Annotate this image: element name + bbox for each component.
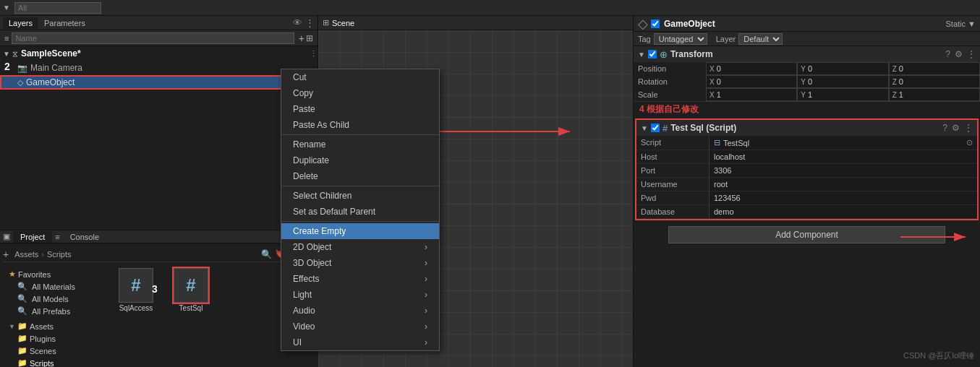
script-field-value-5[interactable]: demo — [709, 205, 977, 219]
hierarchy-panel: Layers Parameters 👁 ⋮ ≡ + ⊞ ▼ ⧖ Sampl — [0, 16, 318, 230]
script-settings-icon[interactable]: ⚙ — [952, 123, 960, 133]
ctx-ui[interactable]: UI › — [281, 334, 439, 350]
position-y-field[interactable]: Y 0 — [797, 62, 888, 75]
ctx-paste[interactable]: Paste — [281, 101, 439, 117]
script-field-value-2[interactable]: 3306 — [709, 164, 977, 178]
tab-console[interactable]: Console — [63, 231, 106, 243]
folder-plugins[interactable]: 📁 Plugins — [6, 332, 107, 345]
ctx-audio[interactable]: Audio › — [281, 303, 439, 319]
scale-z-field[interactable]: Z 1 — [889, 88, 980, 101]
scale-x-field[interactable]: X 1 — [706, 88, 797, 101]
position-z-value: 0 — [899, 64, 903, 73]
hierarchy-add-button[interactable]: + — [299, 33, 304, 44]
layer-label: Layer — [716, 35, 736, 43]
script-header[interactable]: ▼ # Test Sql (Script) ? ⚙ ⋮ — [636, 120, 977, 136]
script-field-value-0[interactable]: ⊟ TestSql ⊙ — [709, 136, 977, 150]
hierarchy-item-maincamera[interactable]: 📷 Main Camera — [0, 61, 318, 75]
eye-icon[interactable]: 👁 — [293, 17, 302, 28]
scene-menu-icon[interactable]: ⋮ — [310, 49, 318, 59]
ctx-video[interactable]: Video › — [281, 319, 439, 334]
inspector-static-label[interactable]: Static ▼ — [946, 20, 976, 28]
script-hash-icon: # — [662, 123, 668, 134]
folder-all-prefabs[interactable]: 🔍 All Prefabs — [6, 305, 107, 317]
ctx-set-default-parent-label: Set as Default Parent — [293, 207, 375, 217]
script-section: ▼ # Test Sql (Script) ? ⚙ ⋮ Script ⊟ Tes… — [635, 118, 979, 220]
ctx-select-children[interactable]: Select Children — [281, 188, 439, 204]
add-asset-button[interactable]: + — [3, 249, 9, 260]
transform-help-icon[interactable]: ? — [945, 49, 950, 59]
layer-dropdown[interactable]: Default — [738, 33, 783, 45]
rotation-z-field[interactable]: Z 0 — [889, 75, 980, 88]
folder-scripts[interactable]: 📁 Scripts — [6, 357, 107, 367]
script-enabled-checkbox[interactable] — [651, 124, 660, 132]
camera-label: Main Camera — [30, 63, 82, 73]
assets-content: ★ Favorites 🔍 All Materials 🔍 All Models — [3, 265, 315, 367]
position-x-field[interactable]: X 0 — [706, 62, 797, 75]
scale-y-field[interactable]: Y 1 — [797, 88, 888, 101]
all-prefabs-label: All Prefabs — [32, 307, 70, 316]
ctx-create-empty-label: Create Empty — [293, 226, 346, 236]
ctx-copy[interactable]: Copy — [281, 85, 439, 101]
tab-layers[interactable]: Layers — [3, 17, 38, 29]
sy-axis-label: Y — [801, 91, 806, 99]
ctx-rename[interactable]: Rename — [281, 137, 439, 152]
asset-testsql[interactable]: # TestSql — [168, 268, 214, 312]
breadcrumb-scripts[interactable]: Scripts — [47, 250, 72, 259]
position-z-field[interactable]: Z 0 — [889, 62, 980, 75]
hierarchy-search-input[interactable] — [12, 33, 294, 44]
ctx-effects-label: Effects — [293, 274, 319, 284]
testsql-icon: # — [174, 268, 208, 303]
ctx-cut[interactable]: Cut — [281, 69, 439, 85]
script-component-title: Test Sql (Script) — [670, 123, 942, 133]
bottom-content: + Assets › Scripts 🔍 🔖 ★ ⚙20 — [0, 243, 318, 367]
top-search-input[interactable] — [14, 2, 101, 14]
script-help-icon[interactable]: ? — [942, 123, 947, 133]
folder-all-materials[interactable]: 🔍 All Materials — [6, 280, 107, 293]
transform-settings-icon[interactable]: ⚙ — [955, 49, 963, 59]
script-field-label-4: Pwd — [636, 191, 709, 205]
script-field-value-3[interactable]: root — [709, 178, 977, 191]
hierarchy-item-scene[interactable]: ▼ ⧖ SampleScene* ⋮ — [0, 46, 318, 61]
dropdown-arrow-icon[interactable]: ▼ — [3, 4, 10, 12]
script-fields: Script ⊟ TestSql ⊙ Host localhost Port 3… — [636, 136, 977, 219]
folder-all-models[interactable]: 🔍 All Models — [6, 293, 107, 305]
search-asset-icon[interactable]: 🔍 — [261, 249, 272, 259]
tab-project[interactable]: Project — [13, 231, 52, 243]
script-field-value-4[interactable]: 123456 — [709, 191, 977, 205]
ctx-duplicate[interactable]: Duplicate — [281, 152, 439, 168]
bottom-toolbar: + Assets › Scripts 🔍 🔖 ★ ⚙20 — [3, 246, 315, 262]
ctx-video-label: Video — [293, 321, 315, 332]
rotation-y-field[interactable]: Y 0 — [797, 75, 888, 88]
top-bar: ▼ — [0, 0, 980, 16]
ctx-cut-label: Cut — [293, 72, 307, 82]
tag-dropdown[interactable]: Untagged — [654, 33, 707, 45]
ctx-2d-object[interactable]: 2D Object › — [281, 239, 439, 255]
folder-favorites[interactable]: ★ Favorites — [6, 268, 107, 280]
ctx-3d-object[interactable]: 3D Object › — [281, 255, 439, 271]
script-more-icon[interactable]: ⋮ — [964, 123, 973, 133]
script-expand-icon: ▼ — [641, 124, 648, 132]
rotation-x-field[interactable]: X 0 — [706, 75, 797, 88]
ctx-ui-label: UI — [293, 337, 302, 347]
transform-more-icon[interactable]: ⋮ — [967, 49, 976, 59]
more-icon[interactable]: ⋮ — [305, 17, 315, 28]
transform-header[interactable]: ▼ ⊕ Transform ? ⚙ ⋮ — [634, 46, 980, 62]
gameobject-active-checkbox[interactable] — [651, 20, 660, 28]
script-target-icon[interactable]: ⊙ — [966, 138, 973, 147]
script-field-value-1[interactable]: localhost — [709, 150, 977, 164]
ctx-set-default-parent[interactable]: Set as Default Parent — [281, 204, 439, 220]
ctx-paste-as-child[interactable]: Paste As Child — [281, 117, 439, 133]
breadcrumb-assets[interactable]: Assets — [14, 250, 38, 259]
tab-parameters[interactable]: Parameters — [38, 17, 91, 29]
gameobject-icon: ◇ — [17, 78, 23, 87]
ctx-create-empty[interactable]: Create Empty — [281, 223, 439, 239]
ctx-effects[interactable]: Effects › — [281, 271, 439, 287]
ctx-light[interactable]: Light › — [281, 287, 439, 303]
transform-enabled-checkbox[interactable] — [648, 50, 657, 59]
hierarchy-item-gameobject[interactable]: ◇ GameObject — [0, 75, 318, 90]
hierarchy-menu-icon[interactable]: ⊞ — [306, 33, 313, 43]
folder-assets[interactable]: ▼ 📁 Assets — [6, 320, 107, 332]
folder-scenes[interactable]: 📁 Scenes — [6, 345, 107, 357]
ctx-delete[interactable]: Delete — [281, 168, 439, 184]
scale-y-value: 1 — [808, 90, 812, 99]
